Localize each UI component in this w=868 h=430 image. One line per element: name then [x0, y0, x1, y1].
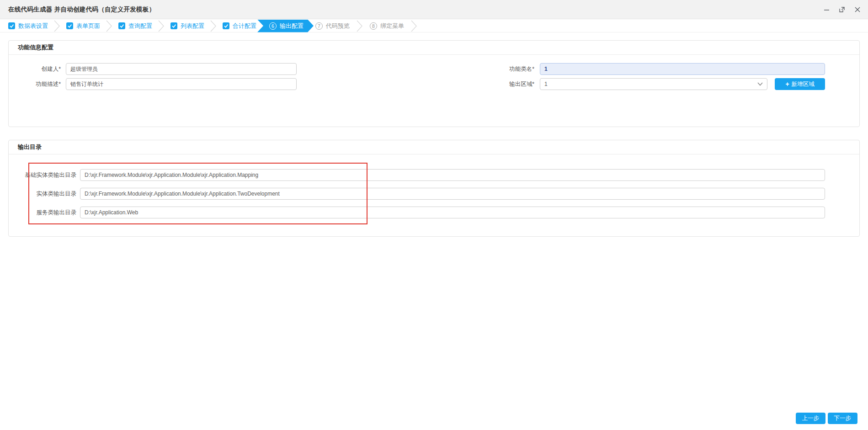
service-dir-input[interactable]	[80, 207, 825, 218]
chevron-separator-icon	[54, 20, 60, 32]
function-info-header: 功能信息配置	[9, 41, 859, 55]
output-area-selected-value: 1	[544, 81, 757, 87]
creator-input[interactable]	[66, 63, 297, 75]
step-number-badge: 6	[269, 22, 277, 30]
close-icon[interactable]	[853, 5, 862, 14]
check-icon	[170, 22, 177, 29]
window-controls	[822, 0, 862, 19]
chevron-down-icon	[757, 82, 763, 86]
app-window: 在线代码生成器 并自动创建代码（自定义开发模板） 数据表设置	[0, 0, 868, 430]
step-number-badge: 8	[370, 22, 377, 30]
step-label: 数据表设置	[18, 22, 48, 30]
step-list-config[interactable]: 列表配置	[170, 22, 204, 30]
section-title: 功能信息配置	[18, 43, 53, 52]
function-info-card: 功能信息配置 创建人* 功能类名* 功能描述* 输出区域* 1 + 新增区域	[8, 40, 860, 127]
step-bind-menu[interactable]: 8 绑定菜单	[370, 22, 404, 30]
step-total-config[interactable]: 合计配置	[223, 22, 256, 30]
add-area-button[interactable]: + 新增区域	[775, 78, 825, 90]
check-icon	[8, 22, 15, 29]
output-directory-card: 输出目录 基础实体类输出目录 实体类输出目录 服务类输出目录	[8, 140, 860, 237]
step-label: 输出配置	[280, 22, 304, 30]
chevron-separator-icon	[210, 20, 217, 32]
step-code-preview[interactable]: 7 代码预览	[315, 22, 350, 30]
previous-step-button[interactable]: 上一步	[796, 413, 826, 424]
entity-dir-label: 实体类输出目录	[9, 188, 76, 200]
plus-icon: +	[785, 81, 789, 87]
step-label: 绑定菜单	[380, 22, 404, 30]
description-label: 功能描述*	[9, 78, 61, 90]
step-query-config[interactable]: 查询配置	[118, 22, 152, 30]
step-form-page[interactable]: 表单页面	[66, 22, 100, 30]
chevron-separator-icon	[106, 20, 112, 32]
creator-label: 创建人*	[9, 63, 61, 75]
window-titlebar: 在线代码生成器 并自动创建代码（自定义开发模板）	[0, 0, 868, 19]
step-label: 代码预览	[326, 22, 350, 30]
class-name-label: 功能类名*	[482, 63, 534, 75]
section-title: 输出目录	[18, 143, 42, 151]
check-icon	[118, 22, 125, 29]
chevron-separator-icon	[411, 20, 417, 32]
window-title: 在线代码生成器 并自动创建代码（自定义开发模板）	[8, 5, 155, 14]
add-area-button-label: 新增区域	[792, 80, 815, 88]
class-name-input[interactable]	[540, 63, 825, 75]
description-input[interactable]	[66, 78, 297, 90]
next-step-button[interactable]: 下一步	[828, 413, 858, 424]
step-number-badge: 7	[315, 22, 323, 30]
check-icon	[66, 22, 73, 29]
step-label: 查询配置	[128, 22, 152, 30]
check-icon	[223, 22, 229, 29]
step-label: 合计配置	[233, 22, 256, 30]
chevron-separator-icon	[357, 20, 363, 32]
output-directory-header: 输出目录	[9, 140, 859, 154]
step-label: 表单页面	[76, 22, 100, 30]
base-entity-dir-label: 基础实体类输出目录	[9, 169, 76, 181]
chevron-separator-icon	[158, 20, 165, 32]
output-area-label: 输出区域*	[482, 78, 534, 90]
entity-dir-input[interactable]	[80, 188, 825, 200]
wizard-stepper: 数据表设置 表单页面 查询配置 列表配置 合计配置 6 输出配置 7 代码预	[0, 20, 868, 32]
service-dir-label: 服务类输出目录	[9, 207, 76, 218]
minimize-icon[interactable]	[822, 5, 831, 14]
step-label: 列表配置	[181, 22, 204, 30]
step-datatable-settings[interactable]: 数据表设置	[8, 22, 48, 30]
base-entity-dir-input[interactable]	[80, 169, 825, 181]
step-output-config-active[interactable]: 6 输出配置	[257, 20, 314, 32]
maximize-icon[interactable]	[838, 5, 846, 14]
output-area-select[interactable]: 1	[540, 78, 767, 90]
